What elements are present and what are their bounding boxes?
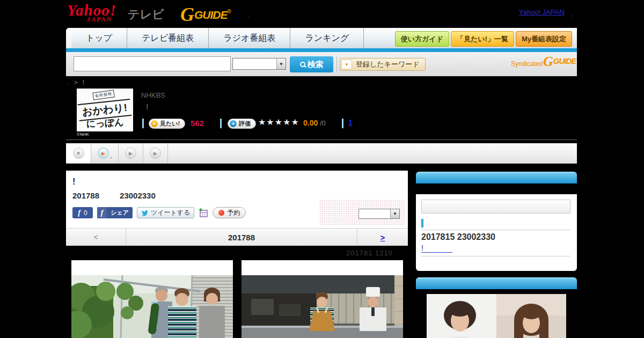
want-count: 562 (191, 119, 204, 128)
logo-title-line2: にっぽん (77, 115, 133, 130)
sidebar-broadcast-panel: 2017815 23002330 ! (416, 172, 577, 271)
tv-service-label: テレビ (128, 6, 164, 23)
nav-tab-top[interactable]: トップ (71, 28, 127, 48)
tab-comma: , (110, 152, 112, 159)
tab-play-2[interactable]: ▶ (119, 143, 143, 163)
episode-datetime: 20178823002330 (72, 191, 156, 200)
nav-accent-bar (66, 48, 577, 52)
play-icon: ▶ (150, 148, 161, 159)
facebook-icon: f (97, 207, 107, 218)
syndicated-label: Syndicated (511, 60, 543, 68)
add-to-calendar-icon[interactable] (199, 208, 208, 218)
episode-photo-garden (71, 260, 233, 338)
divider (421, 256, 570, 256)
rating-score: 0.00 (303, 119, 318, 127)
header-comma: , (571, 10, 573, 18)
channel-label: NHKBS (141, 91, 165, 99)
share-buttons: f 0 f シェア ツイートする 予約 (72, 207, 246, 218)
my-schedule-button[interactable]: My番組表設定 (516, 31, 572, 47)
select-arrow-icon: ▼ (276, 58, 286, 69)
breadcrumb-current: ! (82, 78, 84, 86)
breadcrumb-root[interactable]: , (67, 78, 69, 86)
episode-detail-panel: ! 20178823002330 f 0 f シェア ツイートする (66, 171, 408, 246)
plus-icon: + (151, 120, 158, 127)
divider (142, 119, 144, 128)
navbar-buttons: 使い方ガイド 「見たい!」一覧 My番組表設定 (395, 31, 572, 47)
want-list-button[interactable]: 「見たい!」一覧 (451, 31, 514, 47)
next-broadcast-datetime: 2017815 23002330 (421, 232, 495, 242)
kitchen-scene-image (241, 275, 403, 338)
updated-timestamp: 201781 1210 (346, 249, 393, 257)
search-bar: ▼ 検索 ▼ 登録したキーワード (66, 52, 577, 76)
search-button[interactable]: 検索 (290, 56, 333, 72)
episode-pager: < 201788 > (66, 228, 408, 246)
program-logo-image: 食材探検 おかわり! にっぽん (77, 89, 133, 131)
episode-select[interactable]: ▼ (358, 209, 400, 219)
sidebar-cast-panel (416, 277, 577, 294)
search-icon (300, 62, 305, 67)
nav-tab-radio-listings[interactable]: ラジオ番組表 (209, 28, 290, 48)
episode-title: ! (72, 177, 75, 187)
header-dot: . (247, 10, 250, 18)
star-rating-icons[interactable]: ★★★★★ (258, 117, 299, 127)
section-marker (421, 219, 423, 227)
sidebar-panel-header (416, 172, 577, 183)
divider (336, 56, 337, 72)
facebook-like-button[interactable]: f 0 (72, 207, 93, 218)
usage-guide-button[interactable]: 使い方ガイド (395, 31, 449, 47)
yahoo-japan-link[interactable]: Yahoo! JAPAN (519, 8, 565, 16)
sidebar-panel-header (416, 277, 577, 289)
down-arrow-icon: ▼ (73, 148, 84, 159)
current-episode-label: 201788 (126, 229, 357, 246)
rating-total: /0 (320, 119, 326, 127)
nav-tab-tv-listings[interactable]: テレビ番組表 (127, 28, 209, 48)
select-arrow-icon: ▼ (390, 209, 399, 218)
rate-button[interactable]: + 評価 (228, 119, 256, 129)
yahoo-japan-logo[interactable]: Yahoo! JAPAN (67, 3, 116, 24)
play-icon: ▶ (101, 151, 105, 156)
episode-tab-strip: ▼ ▶ , ▶ ▶ (66, 143, 577, 164)
want-to-watch-button[interactable]: + 見たい! (149, 119, 185, 129)
garden-scene-image (71, 275, 233, 338)
next-episode-link[interactable]: > (380, 233, 385, 242)
twitter-bird-icon (141, 209, 149, 217)
divider (167, 143, 168, 163)
tab-overview[interactable]: ▼ (66, 143, 91, 163)
play-icon: ▶ (125, 148, 136, 159)
navbar-corner (66, 28, 71, 48)
search-input[interactable] (74, 56, 231, 71)
copyright-label: ©NHK (77, 132, 89, 137)
keyword-dropdown-icon: ▼ (341, 60, 352, 69)
search-category-select[interactable]: ▼ (232, 58, 286, 70)
cast-portraits-image (427, 294, 566, 338)
plus-icon: + (230, 120, 237, 127)
divider (342, 119, 343, 128)
sidebar-tab-box[interactable] (421, 200, 570, 214)
facebook-icon: f (78, 209, 80, 217)
record-dot-icon (218, 210, 224, 216)
review-count-link[interactable]: 1 (348, 118, 353, 127)
gguide-syndicated-logo: GGUIDE (543, 54, 576, 70)
sidebar-panel-gap (416, 183, 577, 194)
gguide-g-icon: G (180, 4, 194, 25)
divider (421, 230, 570, 230)
divider (66, 139, 577, 140)
logo-stamp: 食材探検 (92, 90, 115, 100)
next-broadcast-link[interactable]: ! (421, 244, 452, 253)
gguide-logo: GGUIDE® (180, 3, 231, 26)
tab-play-1[interactable]: ▶ , (91, 143, 118, 163)
tab-play-3[interactable]: ▶ (143, 143, 167, 163)
breadcrumb-separator: > (74, 78, 78, 86)
divider (220, 119, 222, 128)
page: Yahoo! JAPAN テレビ GGUIDE® . Yahoo! JAPAN … (0, 0, 644, 338)
prev-episode-button[interactable]: < (66, 229, 126, 246)
episode-photo-kitchen (241, 260, 403, 338)
program-title: ! (146, 102, 149, 111)
reserve-button[interactable]: 予約 (213, 207, 246, 218)
sidebar-panel-gap (416, 289, 577, 294)
registered-keywords-button[interactable]: ▼ 登録したキーワード (340, 58, 426, 71)
nav-tab-ranking[interactable]: ランキング (290, 28, 364, 48)
tweet-button[interactable]: ツイートする (137, 207, 194, 218)
main-navbar: トップ テレビ番組表 ラジオ番組表 ランキング 使い方ガイド 「見たい!」一覧 … (66, 28, 577, 48)
facebook-share-button[interactable]: f シェア (97, 207, 133, 218)
